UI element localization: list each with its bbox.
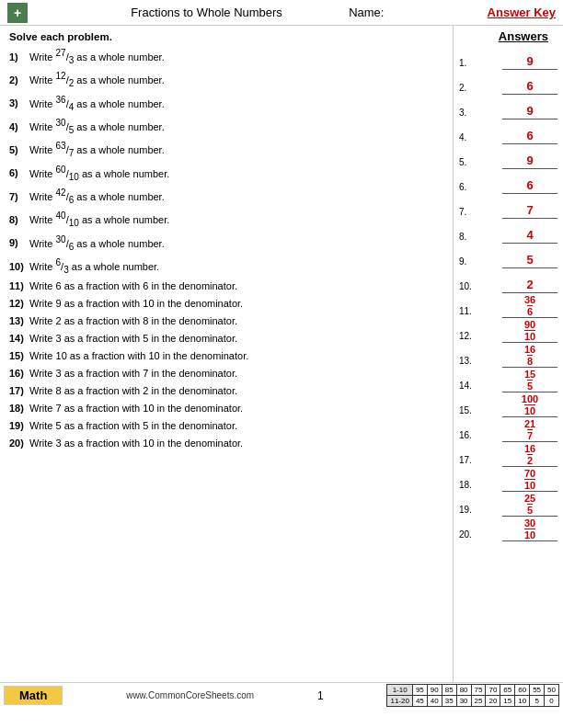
bottom-bar: Math www.CommonCoreSheets.com 1 1-10 959…	[0, 682, 563, 708]
name-label: Name:	[349, 6, 384, 19]
page-number: 1	[317, 689, 324, 702]
problem-text: Write 5 as a fraction with 5 in the deno…	[29, 418, 443, 434]
math-button[interactable]: Math	[4, 686, 63, 705]
problem-text: Write 3 as a fraction with 10 in the den…	[29, 436, 443, 451]
problem-num: 12)	[9, 296, 29, 312]
problem-row: 5) Write 63/7 as a whole number.	[9, 139, 443, 160]
problem-num: 17)	[9, 383, 29, 399]
answer-num: 2.	[459, 83, 476, 95]
problem-num: 8)	[9, 212, 29, 228]
header: + Fractions to Whole Numbers Name: Answe…	[0, 0, 563, 26]
answer-num: 14.	[459, 381, 476, 392]
answer-num: 13.	[459, 356, 476, 368]
problem-row: 11) Write 6 as a fraction with 6 in the …	[9, 279, 443, 294]
problem-num: 1)	[9, 50, 29, 65]
problem-num: 19)	[9, 418, 29, 434]
answer-num: 8.	[459, 232, 476, 244]
answers-section: Answers 1. 9 2. 6 3. 9 4. 6 5. 9 6. 6 7.…	[453, 26, 563, 682]
problem-text: Write 30/5 as a whole number.	[29, 116, 443, 137]
answer-value: 6	[502, 79, 557, 95]
answer-row: 19. 25 5	[459, 493, 557, 517]
problem-row: 4) Write 30/5 as a whole number.	[9, 116, 443, 137]
answer-value: 9	[502, 104, 557, 119]
problem-num: 15)	[9, 348, 29, 364]
answer-row: 13. 16 8	[459, 344, 557, 368]
problem-num: 10)	[9, 259, 29, 275]
answer-key-label: Answer Key	[488, 6, 556, 19]
answer-fraction: 36 6	[502, 294, 557, 318]
problem-num: 2)	[9, 73, 29, 88]
answer-row: 1. 9	[459, 46, 557, 70]
problem-text: Write 12/2 as a whole number.	[29, 69, 443, 90]
answer-fraction: 16 2	[502, 443, 557, 467]
answer-row: 14. 15 5	[459, 369, 557, 392]
answer-num: 17.	[459, 455, 476, 467]
answer-value: 9	[502, 54, 557, 70]
problem-text: Write 9 as a fraction with 10 in the den…	[29, 296, 443, 312]
answer-row: 8. 4	[459, 220, 557, 244]
answer-num: 19.	[459, 505, 476, 517]
answer-value: 6	[502, 178, 557, 194]
problem-row: 13) Write 2 as a fraction with 8 in the …	[9, 313, 443, 329]
problem-text: Write 36/4 as a whole number.	[29, 93, 443, 114]
problem-row: 10) Write 6/3 as a whole number.	[9, 256, 443, 277]
logo: +	[7, 3, 28, 23]
problem-num: 6)	[9, 165, 29, 181]
problem-num: 3)	[9, 96, 29, 111]
problem-text: Write 27/3 as a whole number.	[29, 46, 443, 67]
problem-text: Write 3 as a fraction with 7 in the deno…	[29, 366, 443, 381]
answer-row: 12. 90 10	[459, 319, 557, 343]
answer-num: 7.	[459, 207, 476, 219]
problem-row: 6) Write 60/10 as a whole number.	[9, 163, 443, 184]
problem-num: 9)	[9, 235, 29, 251]
problem-row: 9) Write 30/6 as a whole number.	[9, 233, 443, 254]
problem-row: 14) Write 3 as a fraction with 5 in the …	[9, 331, 443, 347]
answer-value: 6	[502, 129, 557, 144]
solve-label: Solve each problem.	[9, 31, 443, 42]
problem-row: 3) Write 36/4 as a whole number.	[9, 93, 443, 114]
problem-text: Write 30/6 as a whole number.	[29, 233, 443, 254]
problem-text: Write 6/3 as a whole number.	[29, 256, 443, 277]
answer-row: 3. 9	[459, 96, 557, 119]
answer-num: 10.	[459, 281, 476, 293]
answer-row: 18. 70 10	[459, 468, 557, 492]
problem-text: Write 3 as a fraction with 5 in the deno…	[29, 331, 443, 347]
problem-text: Write 8 as a fraction with 2 in the deno…	[29, 383, 443, 399]
problem-num: 7)	[9, 189, 29, 205]
problem-num: 18)	[9, 401, 29, 416]
answer-row: 11. 36 6	[459, 294, 557, 318]
answer-row: 5. 9	[459, 145, 557, 169]
problem-row: 12) Write 9 as a fraction with 10 in the…	[9, 296, 443, 312]
problem-row: 20) Write 3 as a fraction with 10 in the…	[9, 436, 443, 451]
answer-fraction: 70 10	[502, 468, 557, 492]
problem-row: 18) Write 7 as a fraction with 10 in the…	[9, 401, 443, 416]
problem-row: 17) Write 8 as a fraction with 2 in the …	[9, 383, 443, 399]
problem-row: 2) Write 12/2 as a whole number.	[9, 69, 443, 90]
problem-num: 4)	[9, 119, 29, 135]
answer-fraction: 100 10	[502, 393, 557, 417]
problem-num: 14)	[9, 331, 29, 347]
score-table: 1-10 9590858075 7065605550 11-20 4540353…	[386, 684, 559, 707]
answer-row: 15. 100 10	[459, 393, 557, 417]
answer-row: 17. 16 2	[459, 443, 557, 467]
problem-row: 8) Write 40/10 as a whole number.	[9, 209, 443, 230]
answer-value: 2	[502, 278, 557, 293]
logo-symbol: +	[14, 6, 21, 20]
problem-text: Write 2 as a fraction with 8 in the deno…	[29, 313, 443, 329]
answer-fraction: 16 8	[502, 344, 557, 368]
page-title: Fractions to Whole Numbers Name:	[28, 6, 488, 19]
answer-fraction: 90 10	[502, 319, 557, 343]
main-content: Solve each problem. 1) Write 27/3 as a w…	[0, 26, 563, 682]
answer-value: 5	[502, 253, 557, 268]
website-label: www.CommonCoreSheets.com	[126, 690, 254, 700]
answer-num: 9.	[459, 256, 476, 268]
answer-row: 20. 30 10	[459, 518, 557, 541]
problem-text: Write 63/7 as a whole number.	[29, 139, 443, 160]
problem-num: 16)	[9, 366, 29, 381]
answer-fraction: 15 5	[502, 369, 557, 392]
answer-num: 11.	[459, 306, 476, 318]
answer-num: 5.	[459, 157, 476, 169]
score-grid: 1-10 9590858075 7065605550 11-20 4540353…	[386, 684, 559, 707]
answer-num: 3.	[459, 108, 476, 119]
problem-row: 16) Write 3 as a fraction with 7 in the …	[9, 366, 443, 381]
